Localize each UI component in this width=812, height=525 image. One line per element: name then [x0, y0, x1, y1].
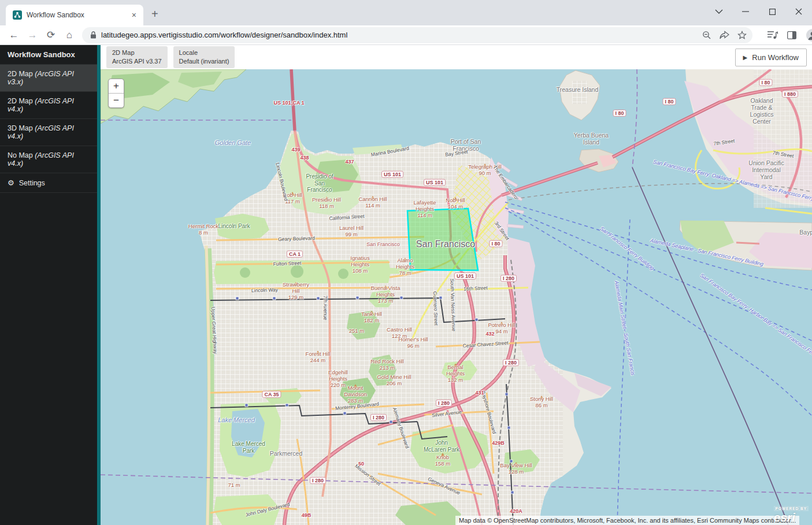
esri-brand: esri	[774, 512, 809, 523]
browser-window: Workflow Sandbox × + ← → ⟳ ⌂ latitudegeo…	[0, 0, 812, 525]
new-tab-button[interactable]: +	[151, 8, 158, 20]
play-icon: ▶	[743, 54, 748, 61]
sidebar-title: Workflow Sandbox	[0, 45, 97, 65]
main-panel: 2D Map ArcGIS API v3.37 Locale Default (…	[101, 45, 812, 525]
map-zoom-control[interactable]: + −	[108, 79, 124, 108]
reload-button[interactable]: ⟳	[42, 29, 60, 41]
zoom-out-button[interactable]: −	[109, 94, 124, 107]
workflow-favicon-icon	[13, 10, 22, 20]
zoom-out-icon[interactable]	[702, 31, 711, 40]
forward-button[interactable]: →	[23, 29, 42, 41]
map-attribution: Map data © OpenStreetMap contributors, M…	[455, 516, 799, 525]
browser-toolbar: ← → ⟳ ⌂ latitudegeo.apps.vertigisstudio.…	[0, 25, 812, 45]
zoom-in-button[interactable]: +	[109, 79, 124, 94]
sidebar-item-2d-map-v3[interactable]: 2D Map (ArcGIS API v3.x)	[0, 65, 97, 92]
gear-icon: ⚙	[8, 178, 14, 187]
profile-avatar[interactable]	[806, 28, 812, 42]
sidebar-item-no-map-v4[interactable]: No Map (ArcGIS API v4.x)	[0, 146, 97, 173]
sandbox-topbar: 2D Map ArcGIS API v3.37 Locale Default (…	[101, 45, 812, 69]
map-mode-button[interactable]: 2D Map ArcGIS API v3.37	[106, 46, 168, 68]
bookmark-star-icon[interactable]	[737, 31, 747, 40]
window-minimize-button[interactable]	[732, 0, 759, 23]
window-chevron-icon[interactable]	[706, 0, 732, 23]
map-viewport[interactable]: Golden GateLake MercedTreasure IslandYer…	[101, 69, 812, 525]
map-canvas	[101, 69, 812, 525]
browser-tab[interactable]: Workflow Sandbox ×	[6, 5, 143, 25]
sidebar: Workflow Sandbox 2D Map (ArcGIS API v3.x…	[0, 45, 97, 525]
window-maximize-button[interactable]	[759, 0, 785, 23]
tab-close-icon[interactable]: ×	[129, 10, 139, 20]
tab-strip: Workflow Sandbox × +	[0, 0, 812, 25]
address-bar[interactable]: latitudegeo.apps.vertigisstudio.com/work…	[82, 27, 752, 43]
esri-logo: POWERED BY esri	[774, 502, 809, 523]
side-panel-icon[interactable]	[787, 31, 796, 39]
sidebar-item-2d-map-v4[interactable]: 2D Map (ArcGIS API v4.x)	[0, 92, 97, 119]
media-controls-icon[interactable]	[767, 31, 778, 39]
sidebar-item-settings[interactable]: ⚙Settings	[0, 173, 97, 193]
back-button[interactable]: ←	[5, 29, 23, 41]
tab-title: Workflow Sandbox	[27, 11, 129, 19]
home-button[interactable]: ⌂	[60, 29, 79, 41]
sidebar-item-3d-map-v4[interactable]: 3D Map (ArcGIS API v4.x)	[0, 119, 97, 146]
locale-button[interactable]: Locale Default (invariant)	[173, 46, 235, 68]
window-close-button[interactable]	[785, 0, 812, 23]
run-workflow-button[interactable]: ▶ Run Workflow	[735, 49, 807, 66]
url-text[interactable]: latitudegeo.apps.vertigisstudio.com/work…	[101, 31, 694, 39]
map-highlight-polygon	[407, 208, 478, 270]
app-content: Workflow Sandbox 2D Map (ArcGIS API v3.x…	[0, 45, 812, 525]
lock-icon	[90, 31, 97, 39]
share-icon[interactable]	[720, 31, 729, 39]
